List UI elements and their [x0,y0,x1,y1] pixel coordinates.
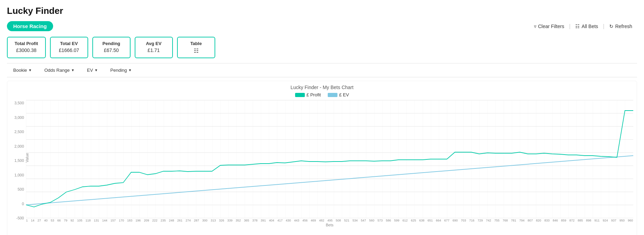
odds-range-label: Odds Range [44,68,70,73]
refresh-action[interactable]: ↻ Refresh [604,24,637,29]
profit-legend-item: £ Profit [295,92,321,97]
total-profit-card[interactable]: Total Profit £3000.38 [7,37,46,58]
chart-area: Lucky Finder - My Bets Chart £ Profit £ … [7,81,637,235]
chart-svg [26,100,633,218]
chart-title: Lucky Finder - My Bets Chart [11,85,633,90]
refresh-icon: ↻ [609,24,613,29]
profit-legend-color [295,93,305,97]
top-actions: ▿ Clear Filters | ☷ All Bets | ↻ Refresh [529,23,637,29]
ev-chevron-icon: ▼ [94,68,98,72]
all-bets-label: All Bets [582,24,598,29]
avg-ev-label: Avg EV [142,41,165,46]
page-title: Lucky Finder [7,6,637,16]
svg-rect-0 [26,100,633,218]
y-axis-label: Value [25,153,29,162]
pending-filter-label: Pending [110,68,127,73]
chart-svg-wrapper [26,100,633,218]
odds-chevron-icon: ▼ [71,68,75,72]
horse-racing-filter[interactable]: Horse Racing [7,21,53,31]
bookie-chevron-icon: ▼ [28,68,32,72]
table-label: Table [185,41,208,46]
pending-label: Pending [100,41,123,46]
odds-range-filter[interactable]: Odds Range ▼ [38,66,81,74]
pending-filter[interactable]: Pending ▼ [104,66,138,74]
total-ev-value: £1666.07 [58,47,81,53]
y-axis: 3,500 3,000 2,500 2,000 1,500 1,000 500 … [11,100,26,227]
ev-filter[interactable]: EV ▼ [81,66,104,74]
pending-value: £67.50 [100,47,123,53]
filter-bar: Bookie ▼ Odds Range ▼ EV ▼ Pending ▼ [7,63,637,77]
filter-icon: ▿ [534,24,536,29]
total-profit-value: £3000.38 [15,47,38,53]
table-icon: ☷ [575,24,580,29]
ev-legend-item: £ EV [328,92,349,97]
all-bets-action[interactable]: ☷ All Bets [570,24,603,29]
ev-label: EV [87,68,93,73]
total-profit-label: Total Profit [15,41,38,46]
avg-ev-card[interactable]: Avg EV £1.71 [135,37,173,58]
chart-legend: £ Profit £ EV [11,92,633,97]
top-bar: Horse Racing ▿ Clear Filters | ☷ All Bet… [7,21,637,31]
clear-filters-action[interactable]: ▿ Clear Filters [529,24,569,29]
table-card[interactable]: Table ☷ [177,37,215,58]
x-axis: 1 14 27 40 53 66 79 92 105 118 131 144 1… [26,218,633,222]
ev-legend-color [328,93,337,97]
clear-filters-label: Clear Filters [538,24,564,29]
table-list-icon: ☷ [185,47,208,54]
bookie-label: Bookie [13,68,27,73]
pending-chevron-icon: ▼ [128,68,132,72]
profit-legend-label: £ Profit [307,92,321,97]
x-axis-label: Bets [26,223,633,227]
avg-ev-value: £1.71 [142,47,165,53]
stats-row: Total Profit £3000.38 Total EV £1666.07 … [7,37,637,58]
total-ev-label: Total EV [58,41,81,46]
bookie-filter[interactable]: Bookie ▼ [7,66,38,74]
ev-legend-label: £ EV [339,92,349,97]
total-ev-card[interactable]: Total EV £1666.07 [50,37,88,58]
pending-card[interactable]: Pending £67.50 [92,37,131,58]
refresh-label: Refresh [615,24,632,29]
